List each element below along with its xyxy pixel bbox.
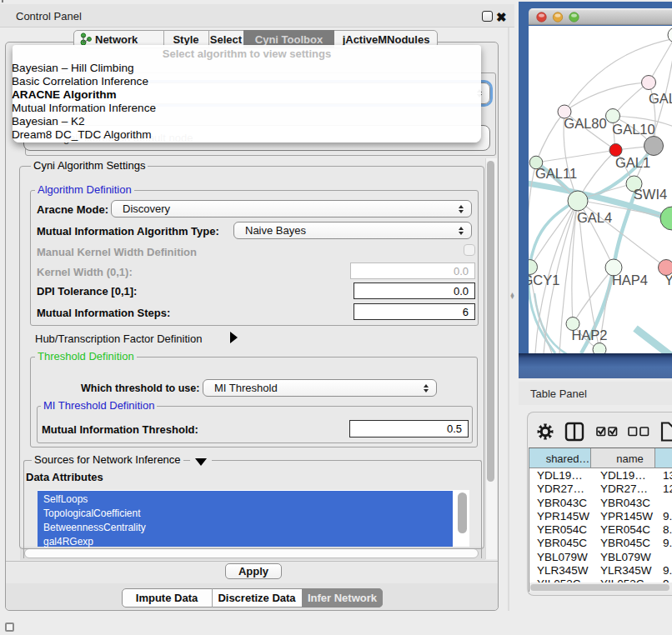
svg-text:GAL10: GAL10 bbox=[612, 122, 654, 137]
svg-text:GCY1: GCY1 bbox=[529, 272, 559, 288]
svg-text:SWI4: SWI4 bbox=[634, 187, 667, 202]
svg-text:HAP4: HAP4 bbox=[612, 272, 648, 288]
svg-text:Y: Y bbox=[664, 272, 672, 288]
svg-text:GAL80: GAL80 bbox=[564, 116, 606, 131]
svg-text:GAL11: GAL11 bbox=[535, 166, 577, 181]
svg-text:GAL4: GAL4 bbox=[577, 210, 612, 225]
svg-text:HAP2: HAP2 bbox=[571, 328, 607, 342]
svg-text:GAL1: GAL1 bbox=[615, 155, 650, 170]
svg-text:GAL2: GAL2 bbox=[649, 91, 672, 106]
